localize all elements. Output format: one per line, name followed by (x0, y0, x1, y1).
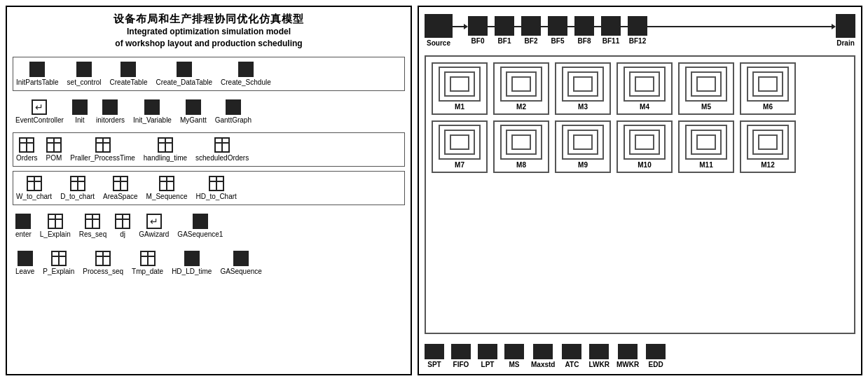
section5: enter L_Explain Res_seq dj GAwizard GASe… (13, 209, 405, 242)
black-icon (238, 62, 254, 77)
machine-area: M1 M2 M3 (425, 55, 855, 334)
table-icon (159, 176, 174, 191)
item-Tmp_date[interactable]: Tmp_date (132, 251, 163, 275)
node-BF0[interactable]: BF0 (468, 16, 488, 45)
black-icon (15, 214, 31, 229)
left-panel: 设备布局和生产排程协同优化仿真模型 Integrated optimizatio… (6, 6, 412, 375)
item-Res_seq[interactable]: Res_seq (79, 214, 106, 238)
machine-inner-inner (567, 130, 598, 155)
item-D_to_chart[interactable]: D_to_chart (60, 176, 95, 200)
mwkr-block (618, 344, 638, 359)
table-icon (158, 137, 173, 153)
btn-ATC[interactable]: ATC (562, 344, 581, 368)
machine-M7[interactable]: M7 (432, 120, 488, 173)
btn-EDD[interactable]: EDD (646, 344, 666, 368)
item-Create_DataTable[interactable]: Create_DataTable (156, 62, 212, 86)
item-MyGantt[interactable]: MyGantt (180, 99, 207, 124)
node-BF2[interactable]: BF2 (521, 16, 541, 45)
item-W_to_chart[interactable]: W_to_chart (16, 176, 52, 200)
item-POM[interactable]: POM (46, 137, 62, 162)
machine-M4[interactable]: M4 (616, 62, 673, 115)
title-block: 设备布局和生产排程协同优化仿真模型 Integrated optimizatio… (13, 13, 405, 50)
item-GanttGraph[interactable]: GanttGraph (215, 99, 252, 124)
table-icon (48, 214, 63, 229)
item-Praller_ProcessTime[interactable]: Praller_ProcessTime (70, 137, 135, 162)
machine-inner (624, 125, 666, 160)
item-Create_Schdule[interactable]: Create_Schdule (221, 62, 271, 86)
machine-M6[interactable]: M6 (740, 62, 796, 115)
item-Init[interactable]: Init (72, 99, 88, 124)
machine-inner-core (511, 76, 531, 92)
table-icon (95, 137, 111, 153)
item-dj[interactable]: dj (115, 214, 130, 238)
item-initorders[interactable]: initorders (96, 99, 125, 124)
machine-inner (685, 125, 727, 160)
machine-M1[interactable]: M1 (432, 62, 488, 115)
item-GAwizard[interactable]: GAwizard (139, 214, 169, 238)
table-icon (70, 176, 85, 191)
drain-block (836, 14, 855, 38)
machine-M3[interactable]: M3 (555, 62, 611, 115)
item-M_Sequence[interactable]: M_Sequence (146, 176, 188, 200)
machine-row-1: M1 M2 M3 (432, 62, 848, 115)
node-BF12[interactable]: BF12 (628, 16, 647, 45)
black-icon (144, 99, 160, 115)
node-BF5[interactable]: BF5 (548, 16, 567, 45)
item-EventController[interactable]: EventController (15, 99, 64, 124)
bf5-block (548, 16, 567, 36)
bf12-block (628, 16, 647, 36)
item-handling_time[interactable]: handling_time (144, 137, 187, 162)
machine-M9[interactable]: M9 (555, 120, 611, 173)
item-GASequence[interactable]: GASequence (220, 251, 262, 275)
item-scheduledOrders[interactable]: scheduledOrders (195, 137, 249, 162)
machine-M12[interactable]: M12 (740, 120, 796, 173)
btn-Maxstd[interactable]: Maxstd (531, 344, 555, 368)
btn-LWKR[interactable]: LWKR (588, 344, 609, 368)
black-icon (76, 62, 92, 77)
item-L_Explain[interactable]: L_Explain (40, 214, 71, 238)
node-Drain[interactable]: Drain (836, 14, 855, 47)
item-GASequence1[interactable]: GASequence1 (177, 214, 223, 238)
machine-inner-core (696, 76, 716, 92)
item-P_Explain[interactable]: P_Explain (43, 251, 74, 275)
btn-MS[interactable]: MS (504, 344, 524, 368)
item-AreaSpace[interactable]: AreaSpace (103, 176, 137, 200)
item-enter[interactable]: enter (15, 214, 32, 238)
table-icon (51, 251, 67, 266)
node-BF11[interactable]: BF11 (601, 16, 621, 45)
black-icon (233, 251, 249, 266)
machine-M5[interactable]: M5 (678, 62, 734, 115)
item-Leave[interactable]: Leave (15, 251, 34, 275)
machine-inner-inner (444, 71, 475, 97)
item-Orders[interactable]: Orders (16, 137, 38, 162)
btn-MWKR[interactable]: MWKR (616, 344, 639, 368)
machine-inner-core (511, 134, 531, 150)
table-icon (214, 137, 230, 153)
machine-M11[interactable]: M11 (678, 120, 734, 173)
table-icon (209, 176, 224, 191)
btn-FIFO[interactable]: FIFO (451, 344, 471, 368)
machine-M10[interactable]: M10 (616, 120, 673, 173)
item-HD_LD_time[interactable]: HD_LD_time (172, 251, 212, 275)
bf11-block (601, 16, 621, 36)
item-HD_to_Chart[interactable]: HD_to_Chart (195, 176, 236, 200)
item-InitPartsTable[interactable]: InitPartsTable (16, 62, 59, 86)
item-set_control[interactable]: set_control (67, 62, 102, 86)
item-Process_seq[interactable]: Process_seq (83, 251, 123, 275)
machine-M2[interactable]: M2 (493, 62, 549, 115)
source-block (425, 14, 453, 38)
node-BF1[interactable]: BF1 (495, 16, 514, 45)
node-BF8[interactable]: BF8 (574, 16, 594, 45)
btn-SPT[interactable]: SPT (425, 344, 444, 368)
item-Init_Variable[interactable]: Init_Variable (133, 99, 172, 124)
node-Source[interactable]: Source (425, 14, 453, 47)
machine-M8[interactable]: M8 (493, 120, 549, 173)
machine-inner (500, 125, 542, 160)
btn-LPT[interactable]: LPT (478, 344, 497, 368)
machine-inner (685, 67, 727, 102)
machine-inner-core (635, 76, 654, 92)
spt-block (425, 344, 444, 359)
machine-inner (439, 67, 481, 102)
item-CreateTable[interactable]: CreateTable (110, 62, 148, 86)
machine-inner (747, 125, 789, 160)
